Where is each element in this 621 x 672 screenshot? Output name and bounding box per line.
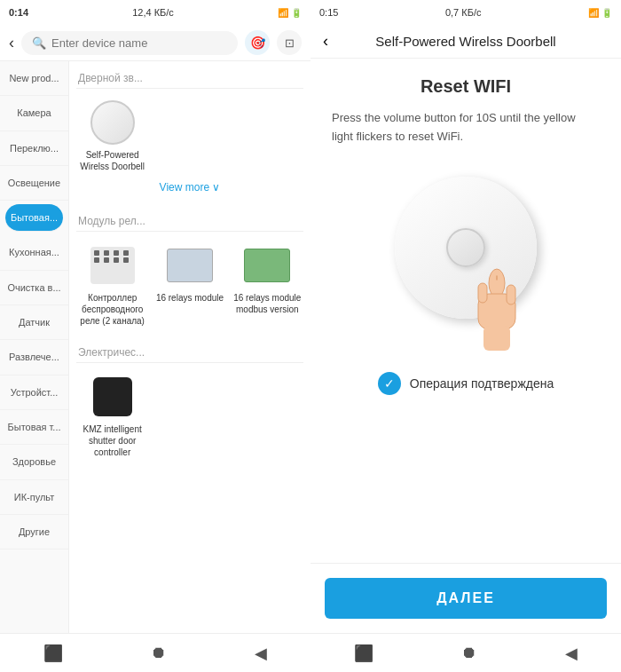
right-back-button[interactable]: ‹ xyxy=(323,32,328,51)
sidebar: New prod... Камера Переклю... Освещение … xyxy=(0,61,69,633)
next-button[interactable]: ДАЛЕЕ xyxy=(325,578,607,619)
right-battery-icon: 🔋 xyxy=(601,8,612,18)
list-item[interactable]: Self-Powered Wirelss Doorbell xyxy=(76,94,148,178)
stop-icon[interactable]: ⬛ xyxy=(43,644,63,663)
doorbell-illustration xyxy=(377,168,554,345)
relay-header: Модуль рел... xyxy=(76,210,303,232)
sidebar-item-health[interactable]: Здоровье xyxy=(0,445,68,479)
electric-header: Электричес... xyxy=(76,341,303,363)
device-image xyxy=(244,242,290,289)
device-label: Self-Powered Wirelss Doorbell xyxy=(78,149,146,172)
success-section: ✓ Операция подтверждена xyxy=(378,372,554,395)
right-network-info: 0,7 КБ/с xyxy=(445,7,482,18)
home-icon[interactable]: ⏺ xyxy=(151,644,167,662)
relay-controller-img xyxy=(90,247,135,284)
device-label: 16 relays module xyxy=(156,292,224,304)
right-header: ‹ Self-Powered Wirelss Doorbell xyxy=(310,25,621,59)
scan-icon[interactable]: ⊡ xyxy=(277,30,302,55)
right-home-icon[interactable]: ⏺ xyxy=(461,644,477,662)
relay-16-img xyxy=(167,249,213,282)
sidebar-item-devices[interactable]: Устройст... xyxy=(0,376,68,410)
right-panel: 0:15 0,7 КБ/с 📶 🔋 ‹ Self-Powered Wirelss… xyxy=(310,0,621,672)
right-bottom-section: ДАЛЕЕ xyxy=(310,563,621,633)
device-image xyxy=(90,374,136,420)
sidebar-item-cleaning[interactable]: Очистка в... xyxy=(0,271,68,305)
doorbell-section: Дверной зв... Self-Powered Wirelss Doorb… xyxy=(76,67,303,201)
list-item[interactable]: 16 relays module modbus version xyxy=(232,237,303,332)
sidebar-item-kitchen[interactable]: Кухонная... xyxy=(0,235,68,270)
sidebar-item-sensor[interactable]: Датчик xyxy=(0,305,68,340)
list-item[interactable]: Контроллер беспроводного реле (2 канала) xyxy=(76,237,148,332)
check-icon: ✓ xyxy=(378,372,401,395)
reset-wifi-description: Press the volume button for 10S until th… xyxy=(332,109,600,146)
doorbell-grid: Self-Powered Wirelss Doorbell xyxy=(76,94,303,178)
device-label: Контроллер беспроводного реле (2 канала) xyxy=(78,292,146,327)
left-status-bar: 0:14 12,4 КБ/с 📶 🔋 xyxy=(0,0,310,25)
right-status-icons: 📶 🔋 xyxy=(588,8,612,18)
right-time: 0:15 xyxy=(319,7,338,18)
sidebar-item-household[interactable]: Бытовая... xyxy=(5,204,63,232)
content-area: Дверной зв... Self-Powered Wirelss Doorb… xyxy=(69,61,310,633)
reset-wifi-title: Reset WIFI xyxy=(421,76,511,97)
left-panel: 0:14 12,4 КБ/с 📶 🔋 ‹ 🔍 🎯 ⊡ New prod... К… xyxy=(0,0,310,672)
sidebar-item-camera[interactable]: Камера xyxy=(0,96,68,130)
right-content: Reset WIFI Press the volume button for 1… xyxy=(310,59,621,563)
sidebar-item-other[interactable]: Другие xyxy=(0,515,68,549)
search-icon: 🔍 xyxy=(32,36,46,50)
device-image xyxy=(167,242,213,289)
search-input-wrap[interactable]: 🔍 xyxy=(21,31,238,55)
notification-icon[interactable]: 🎯 xyxy=(245,30,270,55)
relay-grid: Контроллер беспроводного реле (2 канала)… xyxy=(76,237,303,332)
wireless-doorbell-img xyxy=(90,100,135,145)
svg-point-0 xyxy=(489,269,505,297)
svg-rect-5 xyxy=(483,326,510,351)
sidebar-item-appliances[interactable]: Бытовая т... xyxy=(0,410,68,445)
search-bar: ‹ 🔍 🎯 ⊡ xyxy=(0,25,310,61)
sidebar-item-new-products[interactable]: New prod... xyxy=(0,61,68,96)
right-page-title: Self-Powered Wirelss Doorbell xyxy=(375,34,555,49)
back-nav-icon[interactable]: ◀ xyxy=(255,644,267,663)
sidebar-item-ir[interactable]: ИК-пульт xyxy=(0,480,68,515)
left-status-icons: 📶 🔋 xyxy=(278,8,302,18)
svg-rect-2 xyxy=(478,283,487,303)
battery-icon: 🔋 xyxy=(291,8,302,18)
device-label: KMZ intelligent shutter door controller xyxy=(78,423,146,458)
doorbell-header: Дверной зв... xyxy=(76,67,303,89)
svg-rect-3 xyxy=(507,285,515,304)
electric-section: Электричес... KMZ intelligent shutter do… xyxy=(76,341,303,463)
sidebar-item-switch[interactable]: Переклю... xyxy=(0,131,68,166)
left-time: 0:14 xyxy=(9,7,28,18)
header-action-icons: 🎯 ⊡ xyxy=(245,30,302,55)
search-input[interactable] xyxy=(51,36,227,50)
device-label: 16 relays module modbus version xyxy=(233,292,302,315)
left-bottom-nav: ⬛ ⏺ ◀ xyxy=(0,633,310,672)
right-bottom-nav: ⬛ ⏺ ◀ xyxy=(310,633,621,672)
device-image xyxy=(90,242,136,289)
sidebar-item-entertainment[interactable]: Развлече... xyxy=(0,340,68,375)
hand-illustration xyxy=(466,257,554,354)
list-item[interactable]: 16 relays module xyxy=(153,237,225,332)
electric-grid: KMZ intelligent shutter door controller xyxy=(76,368,303,463)
right-status-bar: 0:15 0,7 КБ/с 📶 🔋 xyxy=(310,0,621,25)
relay-section: Модуль рел... Контроллер беспроводного р xyxy=(76,210,303,332)
sidebar-item-lighting[interactable]: Освещение xyxy=(0,166,68,201)
view-more-button[interactable]: View more ∨ xyxy=(76,178,303,201)
right-back-nav-icon[interactable]: ◀ xyxy=(565,644,578,663)
left-network-info: 12,4 КБ/с xyxy=(132,7,174,18)
relay-16-modbus-img xyxy=(244,249,290,282)
back-button[interactable]: ‹ xyxy=(9,34,14,52)
success-text: Операция подтверждена xyxy=(410,376,554,391)
device-image xyxy=(90,99,136,146)
right-wifi-icon: 📶 xyxy=(588,8,599,18)
main-content: New prod... Камера Переклю... Освещение … xyxy=(0,61,310,633)
right-stop-icon[interactable]: ⬛ xyxy=(354,644,373,663)
list-item[interactable]: KMZ intelligent shutter door controller xyxy=(76,368,148,463)
shutter-img xyxy=(93,377,132,416)
wifi-icon: 📶 xyxy=(278,8,288,18)
